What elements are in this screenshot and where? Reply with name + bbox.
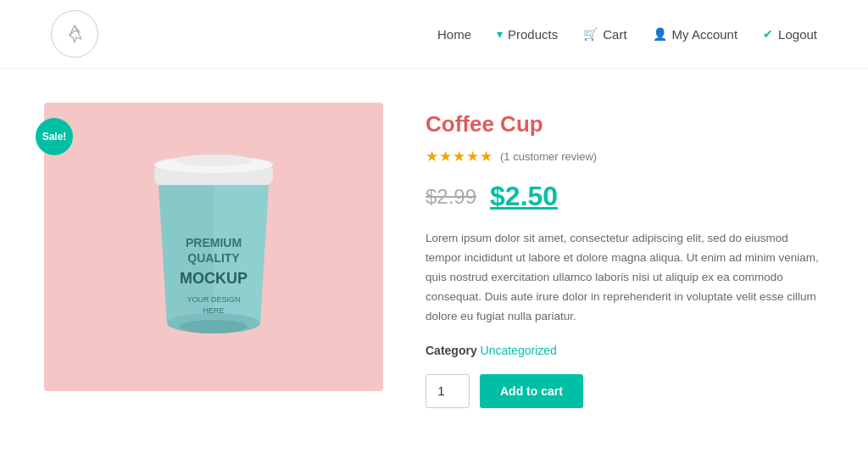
nav-home-label: Home <box>437 27 471 42</box>
svg-text:QUALITY: QUALITY <box>187 251 240 265</box>
nav-cart[interactable]: 🛒 Cart <box>583 27 626 42</box>
nav-home[interactable]: Home <box>437 27 471 42</box>
quantity-input[interactable] <box>426 374 470 408</box>
cart-icon: 🛒 <box>583 27 598 41</box>
add-to-cart-button[interactable]: Add to cart <box>480 374 583 408</box>
nav-products[interactable]: ▾ Products <box>497 27 558 42</box>
star-rating: ★★★★★ <box>426 148 493 165</box>
user-icon: 👤 <box>653 27 667 41</box>
sale-badge: Sale! <box>36 118 73 155</box>
product-details: Coffee Cup ★★★★★ (1 customer review) $2.… <box>426 103 824 408</box>
product-image: PREMIUM QUALITY MOCKUP YOUR DESIGN HERE <box>129 128 298 366</box>
add-to-cart-row: Add to cart <box>426 374 824 408</box>
main-content: Sale! PREMIUM QUALITY MOCKUP YOUR DESIGN… <box>19 103 849 408</box>
svg-text:MOCKUP: MOCKUP <box>180 270 248 287</box>
rating-row: ★★★★★ (1 customer review) <box>426 148 824 165</box>
nav-logout-label: Logout <box>778 27 817 42</box>
logo-circle <box>51 10 98 58</box>
category-row: Category Uncategorized <box>426 344 824 357</box>
product-description: Lorem ipsum dolor sit amet, consectetur … <box>426 229 824 327</box>
product-image-background: PREMIUM QUALITY MOCKUP YOUR DESIGN HERE <box>44 103 383 391</box>
review-count: (1 customer review) <box>500 150 597 163</box>
nav-products-label: Products <box>508 27 558 42</box>
new-price: $2.50 <box>490 181 558 212</box>
product-title: Coffee Cup <box>426 111 824 137</box>
logo[interactable] <box>51 10 98 58</box>
svg-point-3 <box>175 154 252 166</box>
header: Home ▾ Products 🛒 Cart 👤 My Account ✔ Lo… <box>0 0 868 69</box>
check-icon: ✔ <box>763 27 773 41</box>
product-image-section: Sale! PREMIUM QUALITY MOCKUP YOUR DESIGN… <box>44 103 383 408</box>
price-row: $2.99 $2.50 <box>426 181 824 212</box>
svg-text:YOUR DESIGN: YOUR DESIGN <box>186 295 240 304</box>
svg-text:PREMIUM: PREMIUM <box>186 236 242 249</box>
nav-myaccount-label: My Account <box>672 27 738 42</box>
navigation: Home ▾ Products 🛒 Cart 👤 My Account ✔ Lo… <box>437 27 817 42</box>
svg-point-10 <box>180 320 248 333</box>
logo-icon <box>61 20 88 48</box>
nav-myaccount[interactable]: 👤 My Account <box>653 27 738 42</box>
nav-logout[interactable]: ✔ Logout <box>763 27 817 42</box>
nav-cart-label: Cart <box>603 27 626 42</box>
category-label: Category <box>426 344 477 357</box>
dropdown-icon: ▾ <box>497 27 503 41</box>
category-value[interactable]: Uncategorized <box>481 344 557 357</box>
old-price: $2.99 <box>426 185 476 209</box>
